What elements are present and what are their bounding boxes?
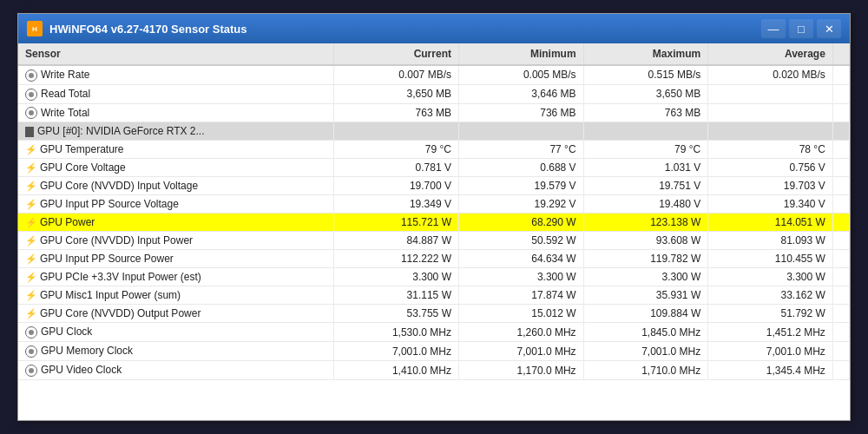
sensor-minimum: 1,170.0 MHz [458, 361, 583, 380]
table-row: GPU Video Clock1,410.0 MHz1,170.0 MHz1,7… [18, 361, 850, 380]
sensor-average: 3.300 W [708, 268, 833, 286]
table-row: ⚡GPU Temperature79 °C77 °C79 °C78 °C [18, 141, 850, 159]
minimize-button[interactable]: — [761, 19, 786, 38]
sensor-label: Write Total [18, 103, 334, 122]
lightning-icon: ⚡ [25, 308, 37, 319]
sensor-maximum: 3,650 MB [583, 84, 708, 103]
table-row: GPU Memory Clock7,001.0 MHz7,001.0 MHz7,… [18, 342, 850, 361]
table-row: ⚡GPU Core (NVVDD) Output Power53.755 W15… [18, 305, 850, 323]
titlebar-left: H HWiNFO64 v6.27-4170 Sensor Status [27, 21, 247, 36]
window-title: HWiNFO64 v6.27-4170 Sensor Status [49, 23, 247, 36]
circle-icon [25, 69, 37, 82]
sensor-average: 33.162 W [708, 286, 833, 305]
sensor-label: GPU [#0]: NVIDIA GeForce RTX 2... [18, 122, 334, 141]
sensor-maximum: 1,710.0 MHz [583, 361, 708, 380]
restore-button[interactable]: □ [789, 19, 813, 38]
sensor-average: 78 °C [708, 141, 833, 159]
sensor-current: 3.300 W [334, 268, 459, 286]
lightning-icon: ⚡ [25, 144, 37, 155]
sensor-label: ⚡GPU PCIe +3.3V Input Power (est) [18, 268, 334, 286]
col-header-average: Average [708, 43, 833, 65]
sensor-current: 763 MB [334, 103, 459, 122]
sensor-minimum: 50.592 W [458, 232, 583, 250]
sensor-label: ⚡GPU Power [18, 214, 334, 232]
sensor-name: Read Total [41, 88, 90, 100]
table-row: GPU Clock1,530.0 MHz1,260.0 MHz1,845.0 M… [18, 323, 850, 342]
sensor-average [708, 84, 833, 103]
sensor-current: 7,001.0 MHz [334, 342, 459, 361]
circle-icon [25, 365, 37, 377]
sensor-minimum: 3,646 MB [458, 84, 583, 103]
sensor-current: 53.755 W [334, 305, 459, 323]
lightning-icon: ⚡ [25, 253, 37, 264]
circle-icon [25, 89, 37, 101]
sensor-current [334, 122, 459, 141]
table-body: Write Rate0.007 MB/s0.005 MB/s0.515 MB/s… [18, 65, 850, 379]
sensor-name: GPU Power [40, 216, 95, 228]
svg-text:H: H [32, 25, 37, 33]
sensor-minimum: 1,260.0 MHz [458, 323, 583, 342]
scroll-spacer [832, 323, 849, 342]
sensor-minimum: 736 MB [458, 103, 583, 122]
sensor-minimum: 64.634 W [458, 250, 583, 268]
sensor-minimum: 0.688 V [458, 159, 583, 177]
sensor-current: 112.222 W [334, 250, 459, 268]
scroll-spacer [832, 232, 849, 250]
sensor-label: ⚡GPU Core (NVVDD) Input Voltage [18, 177, 334, 195]
sensor-average: 1,451.2 MHz [708, 323, 833, 342]
sensor-name: GPU PCIe +3.3V Input Power (est) [40, 271, 201, 283]
sensor-name: GPU Core (NVVDD) Output Power [40, 307, 201, 319]
sensor-average: 0.020 MB/s [708, 65, 833, 84]
sensor-current: 19.700 V [334, 177, 459, 195]
table-row: Write Rate0.007 MB/s0.005 MB/s0.515 MB/s… [18, 65, 850, 84]
sensor-maximum: 763 MB [583, 103, 708, 122]
sensor-current: 0.007 MB/s [334, 65, 459, 84]
sensor-name: Write Total [41, 107, 89, 119]
sensor-maximum: 19.751 V [583, 177, 708, 195]
circle-icon [25, 326, 37, 339]
sensor-average: 19.340 V [708, 195, 833, 214]
lightning-icon: ⚡ [25, 199, 37, 209]
table-row: GPU [#0]: NVIDIA GeForce RTX 2... [18, 122, 850, 141]
sensor-minimum: 0.005 MB/s [458, 65, 583, 84]
sensor-minimum: 3.300 W [458, 268, 583, 286]
sensor-current: 31.115 W [334, 286, 459, 305]
sensor-maximum: 119.782 W [583, 250, 708, 268]
scroll-spacer [832, 159, 849, 177]
sensor-average: 114.051 W [708, 214, 833, 232]
lightning-icon: ⚡ [25, 217, 37, 227]
lightning-icon: ⚡ [25, 272, 37, 282]
window-controls: — □ ✕ [761, 19, 841, 38]
scroll-spacer [832, 361, 849, 380]
sensor-label: ⚡GPU Core (NVVDD) Input Power [18, 232, 334, 250]
sensor-label: ⚡GPU Input PP Source Power [18, 250, 334, 268]
sensor-minimum: 68.290 W [458, 214, 583, 232]
table-header-row: Sensor Current Minimum Maximum Average [18, 43, 850, 65]
sensor-name: GPU Temperature [40, 143, 124, 155]
sensor-maximum: 109.884 W [583, 305, 708, 323]
lightning-icon: ⚡ [25, 162, 37, 173]
titlebar: H HWiNFO64 v6.27-4170 Sensor Status — □ … [18, 14, 850, 43]
sensor-name: GPU Misc1 Input Power (sum) [40, 289, 181, 301]
sensor-table-container[interactable]: Sensor Current Minimum Maximum Average W… [18, 43, 850, 420]
sensor-average: 19.703 V [708, 177, 833, 195]
close-button[interactable]: ✕ [817, 19, 841, 38]
table-row: Write Total763 MB736 MB763 MB [18, 103, 850, 122]
sensor-name: GPU Clock [41, 326, 92, 338]
sensor-label: GPU Memory Clock [18, 342, 334, 361]
sensor-label: GPU Video Clock [18, 361, 334, 380]
sensor-label: ⚡GPU Input PP Source Voltage [18, 195, 334, 214]
sensor-maximum: 1,845.0 MHz [583, 323, 708, 342]
sensor-name: GPU Memory Clock [41, 345, 133, 357]
sensor-maximum: 0.515 MB/s [583, 65, 708, 84]
table-row: ⚡GPU Power115.721 W68.290 W123.138 W114.… [18, 214, 850, 232]
sensor-maximum: 35.931 W [583, 286, 708, 305]
table-row: ⚡GPU Input PP Source Power112.222 W64.63… [18, 250, 850, 268]
sensor-name: Write Rate [41, 69, 89, 81]
scroll-spacer [832, 84, 849, 103]
main-window: H HWiNFO64 v6.27-4170 Sensor Status — □ … [17, 13, 851, 421]
app-icon: H [27, 21, 43, 36]
sensor-maximum: 123.138 W [583, 214, 708, 232]
sensor-name: GPU Input PP Source Power [40, 253, 174, 265]
col-header-current: Current [334, 43, 459, 65]
